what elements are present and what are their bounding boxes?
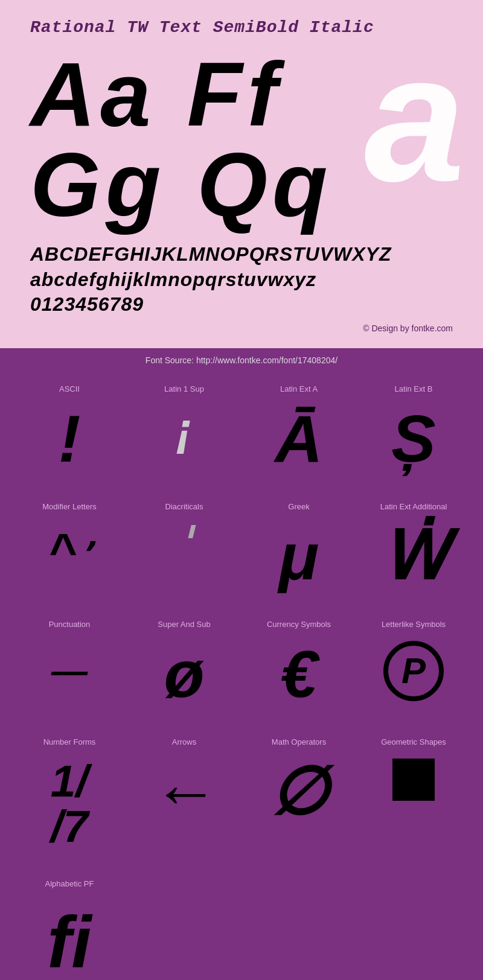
glyph-arrows: Arrows ← bbox=[127, 725, 242, 867]
label-geometricshapes: Geometric Shapes bbox=[381, 737, 446, 746]
label-alphabeticpf: Alphabetic PF bbox=[45, 879, 94, 888]
label-latinexta: Latin Ext A bbox=[280, 384, 318, 393]
glyph-grid: ASCII ! Latin 1 Sup ¡ Latin Ext A Ā Lati… bbox=[0, 372, 483, 980]
label-diacriticals: Diacriticals bbox=[165, 502, 203, 511]
char-letterlike: P bbox=[383, 641, 444, 701]
pair-qq: Q q bbox=[197, 139, 327, 230]
label-ascii: ASCII bbox=[59, 384, 80, 393]
glyph-alphabeticpf: Alphabetic PF ﬁ bbox=[12, 867, 127, 980]
glyph-geometricshapes: Geometric Shapes bbox=[356, 725, 471, 867]
bottom-section: Font Source: http://www.fontke.com/font/… bbox=[0, 348, 483, 980]
glyph-latinextadd: Latin Ext Additional Ẇ bbox=[356, 490, 471, 608]
char-superandsub: ø bbox=[164, 641, 204, 707]
char-geometricshapes bbox=[392, 759, 435, 801]
char-greek: μ bbox=[279, 523, 319, 590]
letter-A: A bbox=[30, 49, 95, 139]
pair-gg: G g bbox=[30, 139, 161, 230]
letter-f: f bbox=[247, 49, 277, 139]
letter-G: G bbox=[30, 139, 101, 230]
glyph-superandsub: Super And Sub ø bbox=[127, 608, 242, 725]
alphabet-lower: abcdefghijklmnopqrstuvwxyz bbox=[30, 267, 453, 293]
char-currency: € bbox=[280, 641, 317, 707]
label-numberforms: Number Forms bbox=[43, 737, 96, 746]
char-latinextb: Ș bbox=[391, 406, 435, 472]
char-mathoperators: ∅ bbox=[270, 759, 328, 825]
label-currency: Currency Symbols bbox=[267, 620, 331, 629]
glyph-currency: Currency Symbols € bbox=[242, 608, 356, 725]
letter-g: g bbox=[106, 139, 161, 230]
label-modifier: Modifier Letters bbox=[42, 502, 97, 511]
char-latinextadd: Ẇ bbox=[381, 523, 447, 590]
letter-Q: Q bbox=[197, 139, 267, 230]
pair-aa: A a bbox=[30, 49, 151, 139]
char-ascii: ! bbox=[59, 406, 81, 472]
label-mathoperators: Math Operators bbox=[272, 737, 326, 746]
label-punctuation: Punctuation bbox=[49, 620, 91, 629]
glyph-latin1sup: Latin 1 Sup ¡ bbox=[127, 372, 242, 490]
label-latinextb: Latin Ext B bbox=[395, 384, 433, 393]
label-letterlike: Letterlike Symbols bbox=[382, 620, 446, 629]
glyph-latinextb: Latin Ext B Ș bbox=[356, 372, 471, 490]
glyph-punctuation: Punctuation — bbox=[12, 608, 127, 725]
label-arrows: Arrows bbox=[172, 737, 196, 746]
glyph-numberforms: Number Forms 1/ /7 bbox=[12, 725, 127, 867]
glyph-mathoperators: Math Operators ∅ bbox=[242, 725, 356, 867]
glyph-modifier: Modifier Letters ^ ʼ bbox=[12, 490, 127, 608]
label-latinextadd: Latin Ext Additional bbox=[380, 502, 447, 511]
glyph-diacriticals: Diacriticals ˈ bbox=[127, 490, 242, 608]
glyph-letterlike: Letterlike Symbols P bbox=[356, 608, 471, 725]
glyph-latinexta: Latin Ext A Ā bbox=[242, 372, 356, 490]
copyright: © Design by fontke.com bbox=[30, 323, 453, 336]
digits: 0123456789 bbox=[30, 292, 453, 317]
label-greek: Greek bbox=[288, 502, 309, 511]
char-latin1sup: ¡ bbox=[176, 406, 193, 454]
char-latinexta: Ā bbox=[275, 406, 322, 472]
char-arrows: ← bbox=[151, 759, 217, 825]
char-alphabeticpf: ﬁ bbox=[47, 900, 91, 980]
font-source: Font Source: http://www.fontke.com/font/… bbox=[0, 348, 483, 372]
char-caret: ^ bbox=[48, 523, 77, 579]
background-letter-a: a bbox=[364, 36, 465, 199]
char-punctuation: — bbox=[51, 653, 88, 689]
label-latin1sup: Latin 1 Sup bbox=[164, 384, 204, 393]
label-superandsub: Super And Sub bbox=[158, 620, 210, 629]
letter-a: a bbox=[100, 49, 150, 139]
alphabet-section: ABCDEFGHIJKLMNOPQRSTUVWXYZ abcdefghijklm… bbox=[30, 242, 453, 317]
char-modifier: ^ ʼ bbox=[48, 523, 91, 579]
char-tick: ʼ bbox=[79, 535, 91, 579]
glyph-ascii: ASCII ! bbox=[12, 372, 127, 490]
pair-ff: F f bbox=[187, 49, 278, 139]
glyph-greek: Greek μ bbox=[242, 490, 356, 608]
letter-q: q bbox=[272, 139, 328, 230]
char-diacriticals: ˈ bbox=[179, 523, 190, 565]
char-numberforms: 1/ /7 bbox=[51, 759, 89, 849]
top-section: Rational TW Text SemiBold Italic a A a F… bbox=[0, 0, 483, 348]
alphabet-upper: ABCDEFGHIJKLMNOPQRSTUVWXYZ bbox=[30, 242, 453, 267]
letter-F: F bbox=[187, 49, 243, 139]
